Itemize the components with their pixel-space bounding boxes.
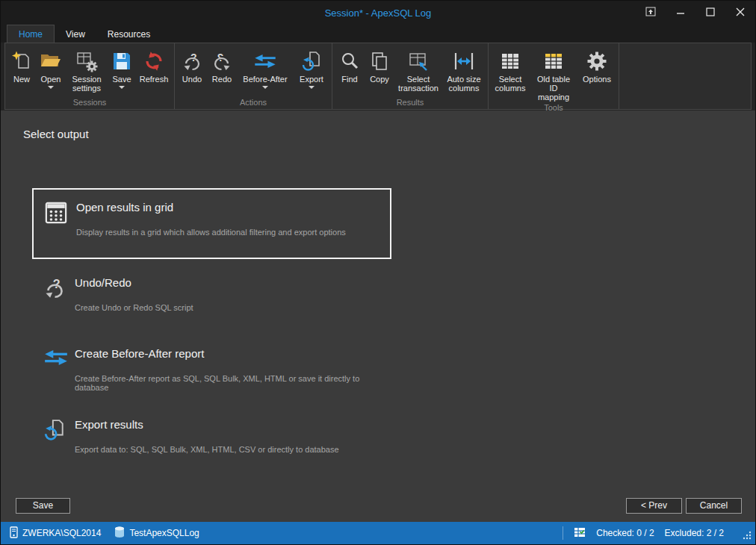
status-bar: ZWERKA\SQL2014 TestApexSQLLog Checked: 0… xyxy=(1,522,755,544)
select-columns-button[interactable]: Select columns xyxy=(491,46,530,102)
status-counters: Checked: 0 / 2 Excluded: 2 / 2 xyxy=(563,524,752,543)
save-session-button[interactable]: Save xyxy=(16,498,70,514)
server-name: ZWERKA\SQL2014 xyxy=(22,528,101,538)
grid-icon xyxy=(45,201,76,258)
database-icon xyxy=(114,526,125,541)
close-button[interactable] xyxy=(725,1,755,25)
auto-size-columns-icon xyxy=(453,48,475,75)
save-icon xyxy=(111,48,132,75)
before-after-button[interactable]: Before-After xyxy=(237,46,294,96)
select-columns-icon xyxy=(500,48,521,75)
option-open-results-in-grid[interactable]: Open results in grid Display results in … xyxy=(32,188,391,259)
dropdown-caret-icon xyxy=(309,86,315,89)
old-table-id-mapping-icon xyxy=(543,48,564,75)
open-button[interactable]: Open xyxy=(36,46,66,96)
cancel-button[interactable]: Cancel xyxy=(686,498,742,514)
ribbon-button-label: Export xyxy=(300,75,323,84)
resize-grip[interactable] xyxy=(742,530,752,543)
select-transaction-icon xyxy=(408,48,429,75)
tab-home[interactable]: Home xyxy=(7,25,55,43)
new-button[interactable]: New xyxy=(7,46,36,96)
option-description: Create Before-After report as SQL, SQL B… xyxy=(75,374,391,392)
server-icon xyxy=(10,526,18,541)
dropdown-caret-icon xyxy=(262,86,268,89)
ribbon-button-label: New xyxy=(13,75,30,84)
redo-button[interactable]: ? Redo xyxy=(207,46,237,96)
tab-resources[interactable]: Resources xyxy=(96,25,161,43)
close-icon xyxy=(736,6,745,19)
server-status: ZWERKA\SQL2014 xyxy=(10,526,101,541)
open-folder-icon xyxy=(40,48,62,75)
option-description: Create Undo or Redo SQL script xyxy=(75,303,193,312)
refresh-button[interactable]: Refresh xyxy=(136,46,172,96)
session-settings-icon xyxy=(75,48,98,75)
prev-button[interactable]: < Prev xyxy=(626,498,682,514)
maximize-button[interactable] xyxy=(695,1,725,25)
ribbon-button-label: Open xyxy=(41,75,61,84)
status-separator xyxy=(563,526,563,540)
ribbon-button-label: Refresh xyxy=(140,75,169,84)
options-button[interactable]: Options xyxy=(577,46,616,102)
ribbon-button-label: Old table ID mapping xyxy=(533,75,574,102)
search-icon xyxy=(339,48,360,75)
save-button[interactable]: Save xyxy=(108,46,136,96)
title-bar: Session* - ApexSQL Log xyxy=(1,1,755,25)
copy-button[interactable]: Copy xyxy=(365,46,394,96)
before-after-icon xyxy=(43,347,75,407)
dropdown-caret-icon xyxy=(48,86,54,89)
minimize-button[interactable] xyxy=(666,1,695,25)
ribbon-toggle-button[interactable] xyxy=(636,1,666,25)
page-title: Select output xyxy=(23,128,89,140)
ribbon-button-label: Session settings xyxy=(69,75,105,93)
ribbon-button-label: Options xyxy=(583,75,611,84)
undo-redo-icon: ? xyxy=(43,276,75,336)
new-session-icon xyxy=(10,48,33,75)
ribbon-tab-row: Home View Resources xyxy=(1,25,755,43)
excluded-count: Excluded: 2 / 2 xyxy=(665,528,724,538)
ribbon-button-label: Save xyxy=(112,75,131,84)
ribbon-button-label: Copy xyxy=(370,75,389,84)
find-button[interactable]: Find xyxy=(335,46,365,96)
gear-icon xyxy=(586,48,607,75)
export-icon xyxy=(43,418,75,478)
ribbon-toggle-icon xyxy=(645,6,656,19)
option-title: Open results in grid xyxy=(76,201,346,214)
option-title: Export results xyxy=(75,418,339,431)
svg-text:?: ? xyxy=(53,277,61,290)
undo-button[interactable]: ? Undo xyxy=(177,46,207,96)
before-after-icon xyxy=(253,48,277,75)
select-output-panel: Select output Open results in grid Displ… xyxy=(1,110,755,522)
session-settings-button[interactable]: Session settings xyxy=(66,46,108,96)
select-transaction-button[interactable]: Select transaction xyxy=(394,46,442,96)
database-name: TestApexSQLLog xyxy=(129,528,199,538)
copy-icon xyxy=(369,48,390,75)
ribbon-group-results: Find Copy Select transaction Auto size c… xyxy=(332,43,489,109)
redo-icon: ? xyxy=(211,48,232,75)
window-controls xyxy=(636,1,755,25)
ribbon-group-caption: Actions xyxy=(175,96,332,109)
ribbon-group-caption: Results xyxy=(332,96,488,109)
option-undo-redo[interactable]: ? Undo/Redo Create Undo or Redo SQL scri… xyxy=(32,265,391,336)
checked-rows-icon xyxy=(574,527,586,540)
refresh-icon xyxy=(143,48,164,75)
option-description: Display results in a grid which allows a… xyxy=(76,228,346,237)
option-title: Undo/Redo xyxy=(75,276,193,289)
undo-icon: ? xyxy=(182,48,202,75)
export-icon xyxy=(301,48,322,75)
option-description: Export data to: SQL, SQL Bulk, XML, HTML… xyxy=(75,445,339,454)
minimize-icon xyxy=(676,6,685,19)
ribbon-button-label: Undo xyxy=(182,75,202,84)
option-before-after-report[interactable]: Create Before-After report Create Before… xyxy=(32,336,391,407)
option-export-results[interactable]: Export results Export data to: SQL, SQL … xyxy=(32,407,391,478)
auto-size-columns-button[interactable]: Auto size columns xyxy=(442,46,486,96)
ribbon-button-label: Auto size columns xyxy=(445,75,483,93)
ribbon: New Open Session settings Save xyxy=(4,43,752,110)
ribbon-empty-area xyxy=(619,43,751,109)
ribbon-button-label: Redo xyxy=(212,75,232,84)
ribbon-button-label: Find xyxy=(341,75,357,84)
tab-view[interactable]: View xyxy=(55,25,96,43)
export-button[interactable]: Export xyxy=(294,46,329,96)
ribbon-button-label: Before-After xyxy=(243,75,287,84)
old-table-id-mapping-button[interactable]: Old table ID mapping xyxy=(530,46,577,102)
maximize-icon xyxy=(706,6,715,19)
